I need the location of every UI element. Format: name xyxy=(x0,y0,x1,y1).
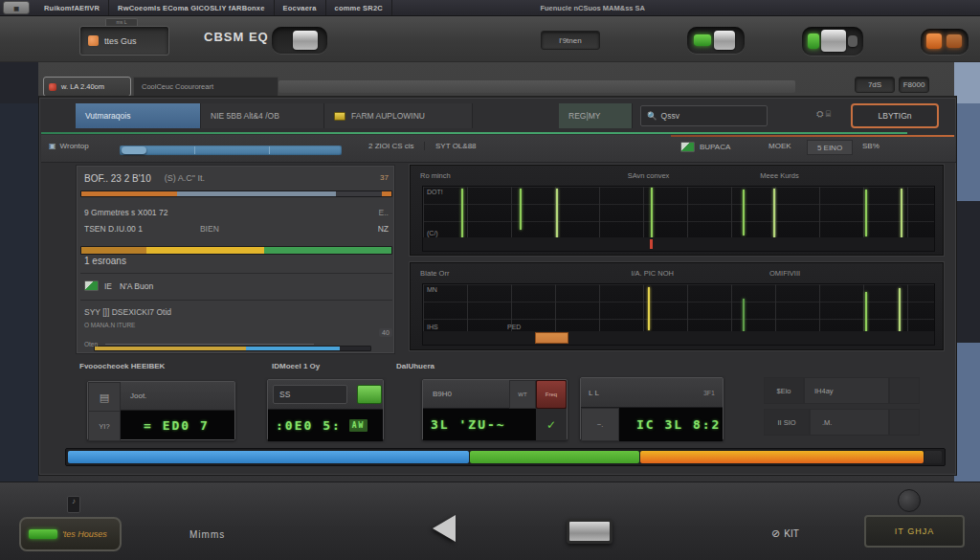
scope-2-axis-bottom: IHS xyxy=(427,324,438,330)
module-5-cell-r1c2[interactable]: IH4ay xyxy=(804,377,889,404)
meter-line xyxy=(461,189,463,238)
kit-label[interactable]: ⊘ KIT xyxy=(771,527,799,540)
header-button-stpen[interactable]: l'9tnen xyxy=(541,31,600,50)
module-2-field[interactable]: SS xyxy=(273,385,347,404)
desktop-edge-right-lower xyxy=(954,343,980,482)
toolbar-button-eino[interactable]: 5 EINO xyxy=(807,140,853,155)
start-button[interactable]: 'tes Houses xyxy=(19,517,122,551)
divider-2 xyxy=(80,300,392,301)
search-icon: 🔍 xyxy=(647,111,657,121)
meter-line xyxy=(651,188,653,238)
module-1-button[interactable]: YI? xyxy=(88,411,121,441)
tab-vutmaraqois[interactable]: Vutmaraqois xyxy=(76,103,201,128)
menu-item-1[interactable]: RuikomfAEfIVR xyxy=(35,0,109,15)
start-button-label: 'tes Houses xyxy=(62,529,107,539)
module-3-wt-label: WT xyxy=(518,392,526,397)
taskbar-circle xyxy=(898,489,921,512)
module-5-r2c2-label: .M. xyxy=(822,418,832,427)
doc-tab-active[interactable]: w. LA 2.40om xyxy=(43,77,131,97)
module-2-field-value: SS xyxy=(279,390,290,399)
preset-slider[interactable] xyxy=(120,146,342,155)
back-arrow-icon[interactable] xyxy=(433,515,456,542)
bupaca-icon xyxy=(680,142,695,152)
taskbar-metal-button[interactable] xyxy=(567,519,612,544)
module-1-header: Joot. xyxy=(121,382,234,411)
tab-farm-auplowinu[interactable]: FARM AUPLOWINU xyxy=(324,103,473,128)
desktop-edge-top-right xyxy=(954,57,980,103)
module-3-freq-button[interactable]: Freq xyxy=(536,380,567,409)
bar-segment xyxy=(81,191,177,196)
toolbar-button-styles[interactable]: SYT OL&88 xyxy=(435,142,477,150)
app-logo-icon[interactable]: ▦ xyxy=(3,1,30,14)
slider-tick-1 xyxy=(194,146,195,154)
module-3-freq-label: Freq xyxy=(546,392,557,397)
bar-segment xyxy=(68,451,469,463)
desktop-edge-right-mid xyxy=(954,201,980,343)
na-buon-icon xyxy=(84,280,99,291)
module-3: B9H0 WT Freq 3L 'ZU-~ ✓ xyxy=(422,379,568,440)
scope-plot-1[interactable]: DOT! (C/) xyxy=(422,186,935,239)
info-row3-label: TSEN D.IU.00 1 xyxy=(84,224,143,234)
header-toggle-green-1[interactable] xyxy=(687,27,745,54)
module-3-check-cell[interactable]: ✓ xyxy=(536,409,567,440)
mini-icons[interactable]: ⛭ ⌸ xyxy=(816,109,845,123)
info-row3-value: NZ xyxy=(378,224,389,234)
scope-plot-2[interactable]: MN IHS PED xyxy=(422,283,935,333)
module-4-button[interactable]: ~. xyxy=(581,408,619,441)
preset-selector[interactable]: ▣ Wrontop xyxy=(49,142,89,150)
slider-handle[interactable] xyxy=(122,146,146,154)
header-toggle-green-2[interactable] xyxy=(802,27,863,56)
button-7ds-label: 7dS xyxy=(868,80,881,89)
window-tab-row: Vutmaraqois NIE 5BB Alt&4 /OB FARM AUPLO… xyxy=(76,103,918,128)
button-7ds[interactable]: 7dS xyxy=(855,77,895,93)
menu-item-3[interactable]: Eocvaera xyxy=(275,0,326,15)
module-5-cell-r1c3[interactable] xyxy=(889,377,920,404)
search-input[interactable]: 🔍 Qssv xyxy=(640,105,768,126)
toolbar-button-zoom[interactable]: 2 ZIOI CS cis xyxy=(368,142,425,150)
bar-segment xyxy=(81,247,146,254)
scope-1-header: Ro minch SAvn convex Meee Kurds xyxy=(411,166,943,185)
scope-2-label-mid: I/A. PIC NOH xyxy=(631,269,674,278)
folder-icon: ▣ xyxy=(49,142,56,150)
module-5-r2c1-label: II SIO xyxy=(777,418,795,427)
menubar: ▦ RuikomfAEfIVR RwCoeomls EComa GICOSLIY… xyxy=(0,0,980,16)
doc-tab-inactive[interactable]: CoolCeuc Coouroreart xyxy=(133,77,278,97)
module-1-icon-cell[interactable]: ▤ xyxy=(88,382,121,413)
button-f8000[interactable]: F8000 xyxy=(899,77,929,93)
edition-button[interactable]: LBYTIGn xyxy=(851,103,939,128)
module-5-cell-r2c2[interactable]: .M. xyxy=(810,409,889,436)
header-toggle-1[interactable] xyxy=(272,27,327,54)
module-5-cell-r1c1[interactable]: $Eio xyxy=(764,377,804,404)
red-marker xyxy=(650,239,653,249)
module-5-cell-r2c3[interactable] xyxy=(889,409,920,436)
module-3-display-value: 3L 'ZU-~ xyxy=(431,417,506,432)
toolbar-button-sb[interactable]: SB% xyxy=(862,142,880,150)
module-5-cell-r2c1[interactable]: II SIO xyxy=(764,409,810,436)
desktop-edge-left xyxy=(0,103,38,482)
tab-regmy[interactable]: REG|MY xyxy=(559,103,633,128)
tab-nie5bb[interactable]: NIE 5BB Alt&4 /OB xyxy=(201,103,324,128)
toolbar-button-bupaca[interactable]: BUPACA xyxy=(680,142,730,152)
device-led-icon xyxy=(88,35,99,46)
scope-foot-2 xyxy=(422,331,935,346)
menu-item-4[interactable]: comme SR2C xyxy=(326,0,392,15)
scope-1-label-left: Ro minch xyxy=(420,171,451,180)
tray-icon[interactable]: ♪ xyxy=(67,496,80,513)
module-5: $Eio IH4ay II SIO .M. xyxy=(764,377,920,438)
module-1: ▤ Joot. YI? = ED0 7 xyxy=(87,381,235,440)
module-5-r1c1-label: $Eio xyxy=(776,387,791,395)
scope-panel-1: Ro minch SAvn convex Meee Kurds DOT! (C/… xyxy=(410,165,944,256)
meter-line xyxy=(899,288,901,332)
green-led-icon xyxy=(694,34,711,46)
module-3-header-label: B9H0 xyxy=(433,390,452,398)
tab-farm-label: FARM AUPLOWINU xyxy=(351,111,425,121)
ghja-button-label: IT GHJA xyxy=(895,526,934,536)
module-2-green-button[interactable] xyxy=(357,385,382,404)
module-4: L L 3F1 ~. IC 3L 8:2 xyxy=(580,377,724,440)
ghja-button[interactable]: IT GHJA xyxy=(864,515,965,548)
toggle-green-2-knob-b xyxy=(848,35,858,47)
toolbar-button-moek[interactable]: MOEK xyxy=(768,142,791,150)
device-button[interactable]: ttes Gus xyxy=(79,26,169,56)
header-toggle-orange[interactable] xyxy=(921,29,969,55)
menu-item-2[interactable]: RwCoeomls EComa GICOSLIY fARBonxe xyxy=(109,0,275,15)
